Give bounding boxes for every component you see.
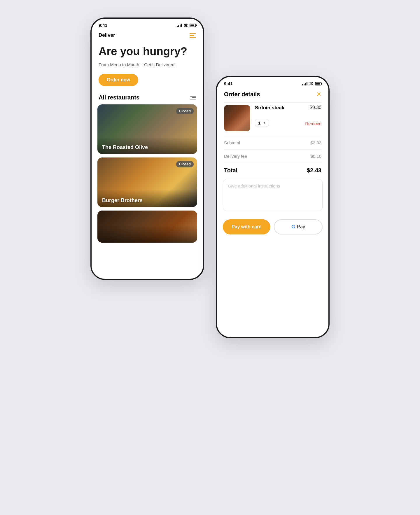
signal-icon-left [177,24,182,27]
hero-title: Are you hungry? [99,45,196,58]
gpay-label: Pay [297,224,305,230]
pay-with-card-button[interactable]: Pay with card [223,219,270,234]
status-icons-right: ⌘ [302,81,321,86]
total-label: Total [224,167,237,174]
wifi-icon-left: ⌘ [184,23,188,28]
phones-container: 9:41 ⌘ Deliver Are you hungry? From Menu… [90,17,330,338]
battery-icon-left [190,24,196,27]
restaurant-name-2: Burger Brothers [102,197,143,204]
status-bar-left: 9:41 ⌘ [92,19,203,30]
status-time-left: 9:41 [99,23,107,28]
quantity-value: 1 [258,120,260,125]
battery-icon-right [315,82,321,85]
google-g-logo: G [291,224,295,230]
subtotal-label: Subtotal [224,140,240,145]
restaurants-title: All restaurants [99,94,139,101]
item-name: Sirloin steak [255,105,284,111]
total-row: Total $2.43 [217,163,328,179]
phone-left: 9:41 ⌘ Deliver Are you hungry? From Menu… [90,17,204,280]
wifi-icon-right: ⌘ [309,81,313,86]
delivery-label: Delivery fee [224,154,247,159]
item-top-row: Sirloin steak $9.30 [255,105,321,112]
item-actions: 1 ▼ Remove [255,119,321,127]
remove-button[interactable]: Remove [305,120,321,126]
order-item: Sirloin steak $9.30 1 ▼ Remove [217,103,328,136]
quantity-chevron-icon: ▼ [263,121,266,125]
restaurants-header: All restaurants [92,92,203,104]
hero-section: Are you hungry? From Menu to Mouth – Get… [92,43,203,92]
close-button[interactable]: ✕ [316,91,321,98]
status-bar-right: 9:41 ⌘ [217,77,328,88]
instructions-field[interactable]: Give additional instructions [223,179,323,211]
delivery-row: Delivery fee $0.10 [217,150,328,163]
restaurant-card-3[interactable] [97,211,197,243]
hero-subtitle: From Menu to Mouth – Get It Delivered! [99,62,196,68]
card-gradient-3 [97,225,197,243]
total-value: $2.43 [307,167,321,174]
order-header: Order details ✕ [217,88,328,102]
app-header-left: Deliver [92,30,203,43]
order-title: Order details [224,91,260,98]
hamburger-icon[interactable] [190,33,196,38]
subtotal-row: Subtotal $2.33 [217,136,328,149]
item-details: Sirloin steak $9.30 1 ▼ Remove [255,105,321,127]
payment-buttons: Pay with card G Pay [217,217,328,241]
quantity-selector[interactable]: 1 ▼ [255,119,269,127]
filter-icon[interactable] [190,96,196,99]
app-title: Deliver [99,32,115,38]
delivery-value: $0.10 [310,154,321,159]
google-pay-button[interactable]: G Pay [274,219,323,234]
signal-icon-right [302,82,307,85]
closed-badge-1: Closed [176,108,194,114]
status-time-right: 9:41 [224,81,233,86]
instructions-placeholder: Give additional instructions [228,183,280,188]
restaurant-name-1: The Roasted Olive [102,144,148,150]
item-thumbnail [224,105,250,131]
status-icons-left: ⌘ [177,23,196,28]
restaurant-card-2[interactable]: Closed Burger Brothers [97,157,197,207]
restaurant-card-1[interactable]: Closed The Roasted Olive [97,104,197,154]
closed-badge-2: Closed [176,161,194,167]
subtotal-value: $2.33 [310,140,321,145]
order-now-button[interactable]: Order now [99,74,138,86]
phone-right: 9:41 ⌘ Order details ✕ Sirloin steak [216,76,330,338]
item-price: $9.30 [310,105,321,110]
